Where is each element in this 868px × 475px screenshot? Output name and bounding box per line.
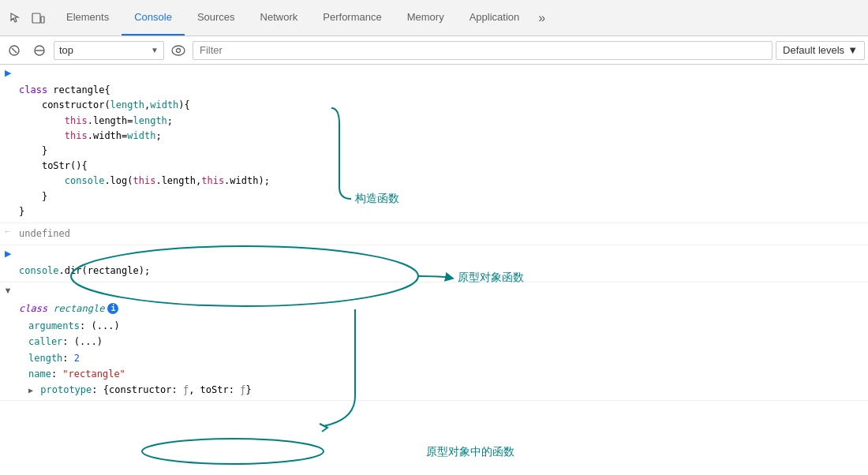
prop-caller: caller: (...) — [28, 334, 868, 350]
tab-network[interactable]: Network — [248, 0, 311, 36]
class-code-block: class rectangle{ constructor(length,widt… — [16, 66, 868, 221]
context-selector[interactable]: top ▼ — [54, 41, 164, 60]
tab-memory[interactable]: Memory — [395, 0, 457, 36]
console-entry-class: ▶ class rectangle{ constructor(length,wi… — [0, 65, 868, 223]
prop-arguments: arguments: (...) — [28, 318, 868, 334]
console-entry-undefined: ← undefined — [0, 223, 868, 245]
class-obj-header: class rectanglei — [16, 284, 122, 317]
clear-console-button[interactable] — [3, 39, 25, 62]
levels-selector[interactable]: Default levels ▼ — [776, 41, 865, 60]
svg-point-6 — [172, 46, 185, 55]
tab-sources[interactable]: Sources — [185, 0, 248, 36]
tab-application[interactable]: Application — [457, 0, 533, 36]
console-output: ▶ class rectangle{ constructor(length,wi… — [0, 65, 868, 475]
context-value: top — [59, 44, 148, 56]
console-entry-dir-call: ▶ console.dir(rectangle); — [0, 245, 868, 282]
select-element-icon[interactable] — [6, 9, 25, 28]
tab-console[interactable]: Console — [122, 0, 185, 36]
collapse-arrow-class-obj[interactable]: ▼ — [0, 284, 16, 295]
context-arrow: ▼ — [151, 46, 159, 54]
block-requests-button[interactable] — [28, 39, 51, 62]
prop-name: name: "rectangle" — [28, 366, 868, 382]
svg-text:原型对象中的函数: 原型对象中的函数 — [426, 445, 514, 458]
expand-arrow-class[interactable]: ▶ — [0, 66, 16, 78]
tab-bar: Elements Console Sources Network Perform… — [0, 0, 868, 36]
svg-rect-1 — [41, 17, 44, 23]
svg-point-11 — [142, 439, 324, 464]
filter-input[interactable] — [193, 41, 773, 60]
toolbar-icons — [0, 9, 54, 28]
svg-rect-0 — [32, 13, 40, 23]
return-arrow: ← — [0, 225, 16, 236]
console-entry-class-obj: ▼ class rectanglei arguments: (...) call… — [0, 282, 868, 400]
prop-length: length: 2 — [28, 350, 868, 366]
dir-call-code: console.dir(rectangle); — [16, 247, 868, 280]
prop-prototype: ▶ prototype: {constructor: ƒ, toStr: ƒ} — [28, 382, 868, 398]
svg-line-3 — [12, 48, 17, 53]
more-tabs-button[interactable]: » — [532, 11, 552, 25]
tab-performance[interactable]: Performance — [310, 0, 394, 36]
device-mode-icon[interactable] — [28, 9, 47, 28]
entry-arrow-dir[interactable]: ▶ — [0, 247, 16, 259]
prototype-expand-arrow[interactable]: ▶ — [28, 383, 33, 397]
main-tab-bar: Elements Console Sources Network Perform… — [54, 0, 868, 36]
svg-point-7 — [177, 48, 181, 52]
tab-elements[interactable]: Elements — [54, 0, 122, 36]
console-toolbar: top ▼ Default levels ▼ — [0, 36, 868, 65]
class-properties: arguments: (...) caller: (...) length: 2… — [0, 318, 868, 398]
info-badge: i — [107, 303, 118, 314]
undefined-value: undefined — [16, 225, 868, 243]
eye-button[interactable] — [167, 39, 189, 62]
